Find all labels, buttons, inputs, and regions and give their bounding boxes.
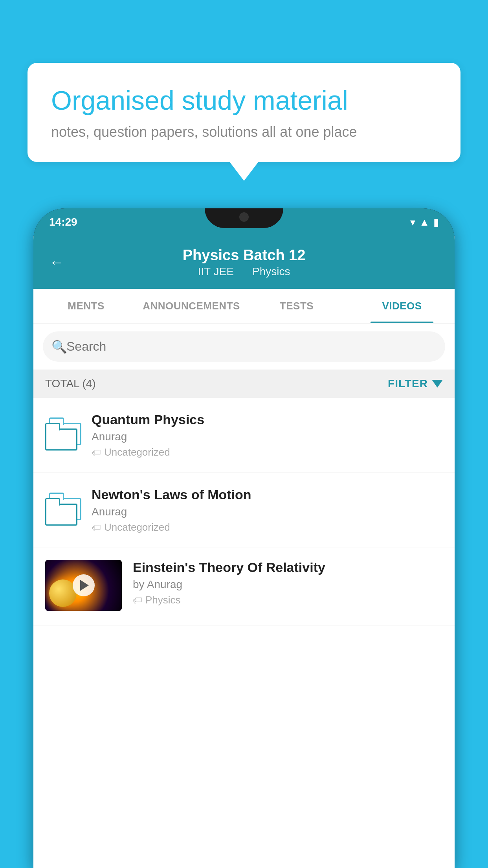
app-header: ← Physics Batch 12 IIT JEE Physics: [33, 236, 455, 289]
folder-front-layer: [45, 498, 75, 522]
battery-icon: ▮: [433, 216, 439, 228]
tag-icon: 🏷: [92, 522, 101, 533]
tag-icon: 🏷: [133, 595, 142, 606]
tab-announcements[interactable]: ANNOUNCEMENTS: [139, 289, 244, 323]
header-content: Physics Batch 12 IIT JEE Physics: [72, 247, 416, 278]
item-tag: 🏷 Uncategorized: [92, 521, 443, 533]
tab-tests[interactable]: TESTS: [244, 289, 349, 323]
header-title: Physics Batch 12: [72, 247, 416, 264]
search-icon: 🔍: [51, 339, 67, 354]
header-subtitle-part1: IIT JEE: [198, 265, 234, 278]
item-title: Newton's Laws of Motion: [92, 487, 443, 502]
tag-icon: 🏷: [92, 447, 101, 458]
play-button[interactable]: [73, 574, 95, 596]
list-item[interactable]: Quantum Physics Anurag 🏷 Uncategorized: [33, 398, 455, 473]
tab-videos[interactable]: VIDEOS: [349, 289, 455, 323]
phone-frame: 14:29 ▾ ▲ ▮ ← Physics Batch 12 IIT JEE P…: [33, 208, 455, 868]
item-title: Quantum Physics: [92, 412, 443, 427]
folder-icon: [45, 417, 80, 449]
list-item[interactable]: Einstein's Theory Of Relativity by Anura…: [33, 548, 455, 625]
back-button[interactable]: ←: [49, 254, 64, 271]
search-wrapper: 🔍: [43, 331, 445, 362]
item-author: Anurag: [92, 506, 443, 518]
camera-dot: [239, 212, 249, 222]
speech-bubble-subtitle: notes, question papers, solutions all at…: [51, 124, 437, 140]
item-thumbnail: [45, 417, 81, 453]
search-container: 🔍: [33, 324, 455, 370]
play-icon: [80, 580, 89, 591]
signal-icon: ▲: [419, 216, 429, 228]
folder-front-layer: [45, 423, 75, 447]
speech-bubble: Organised study material notes, question…: [28, 63, 460, 162]
status-bar: 14:29 ▾ ▲ ▮: [33, 208, 455, 236]
filter-button[interactable]: FILTER: [388, 377, 443, 390]
wifi-icon: ▾: [410, 216, 415, 228]
item-info: Newton's Laws of Motion Anurag 🏷 Uncateg…: [92, 487, 443, 533]
tab-ments[interactable]: MENTS: [33, 289, 139, 323]
filter-bar: TOTAL (4) FILTER: [33, 370, 455, 398]
item-info: Einstein's Theory Of Relativity by Anura…: [133, 560, 443, 606]
speech-bubble-container: Organised study material notes, question…: [28, 63, 460, 162]
header-subtitle-part2: Physics: [252, 265, 290, 278]
header-subtitle: IIT JEE Physics: [72, 265, 416, 278]
item-title: Einstein's Theory Of Relativity: [133, 560, 443, 575]
filter-total: TOTAL (4): [45, 377, 96, 390]
filter-icon: [432, 380, 443, 388]
speech-bubble-title: Organised study material: [51, 85, 437, 117]
item-author: Anurag: [92, 430, 443, 443]
video-list: Quantum Physics Anurag 🏷 Uncategorized: [33, 398, 455, 625]
status-time: 14:29: [49, 216, 77, 228]
video-thumbnail: [45, 560, 122, 611]
status-icons: ▾ ▲ ▮: [410, 216, 439, 228]
item-info: Quantum Physics Anurag 🏷 Uncategorized: [92, 412, 443, 458]
item-author: by Anurag: [133, 578, 443, 591]
item-tag: 🏷 Physics: [133, 594, 443, 606]
item-tag: 🏷 Uncategorized: [92, 446, 443, 458]
phone-screen: ← Physics Batch 12 IIT JEE Physics MENTS…: [33, 236, 455, 868]
search-input[interactable]: [43, 331, 445, 362]
folder-icon: [45, 493, 80, 524]
list-item[interactable]: Newton's Laws of Motion Anurag 🏷 Uncateg…: [33, 473, 455, 548]
item-thumbnail: [45, 493, 81, 528]
tabs-bar: MENTS ANNOUNCEMENTS TESTS VIDEOS: [33, 289, 455, 324]
